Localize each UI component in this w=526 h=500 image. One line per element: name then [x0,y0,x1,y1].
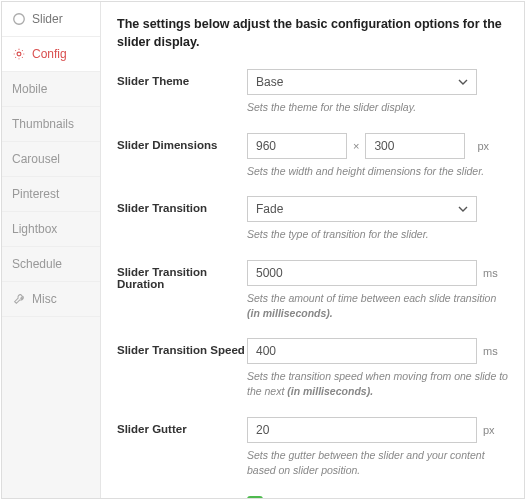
select-value: Base [256,75,283,89]
speed-input[interactable] [247,338,477,364]
field-help: Sets the width and height dimensions for… [247,164,508,179]
gear-icon [12,47,26,61]
svg-point-0 [14,14,25,25]
field-help: Sets the transition speed when moving fr… [247,369,508,398]
unit-label: px [477,140,489,152]
panel-heading: The settings below adjust the basic conf… [117,16,508,51]
tab-slider[interactable]: Slider [2,2,100,37]
field-dimensions: Slider Dimensions × px Sets the width an… [117,133,508,179]
tab-label: Carousel [12,152,60,166]
field-help: Sets the amount of time between each sli… [247,291,508,320]
circle-icon [12,12,26,26]
chevron-down-icon [458,204,468,214]
field-crop: Crop Images in Slider? Enables or disabl… [117,495,508,498]
field-help: Sets the theme for the slider display. [247,100,508,115]
tab-label: Misc [32,292,57,306]
tab-label: Pinterest [12,187,59,201]
tab-mobile[interactable]: Mobile [2,72,100,107]
select-value: Fade [256,202,283,216]
tab-label: Mobile [12,82,47,96]
field-transition: Slider Transition Fade Sets the type of … [117,196,508,242]
main-panel: The settings below adjust the basic conf… [101,2,524,498]
height-input[interactable] [365,133,465,159]
field-label: Slider Theme [117,69,247,87]
chevron-down-icon [458,77,468,87]
tab-carousel[interactable]: Carousel [2,142,100,177]
tab-config[interactable]: Config [2,37,100,72]
theme-select[interactable]: Base [247,69,477,95]
tab-label: Slider [32,12,63,26]
field-label: Slider Dimensions [117,133,247,151]
field-theme: Slider Theme Base Sets the theme for the… [117,69,508,115]
field-label: Slider Gutter [117,417,247,435]
field-speed: Slider Transition Speed ms Sets the tran… [117,338,508,398]
unit-label: px [483,424,495,436]
field-label: Crop Images in Slider? [117,495,247,498]
tab-label: Config [32,47,67,61]
field-help: Enables or disables image cropping based… [271,495,508,498]
field-label: Slider Transition Speed [117,338,247,356]
unit-label: ms [483,345,498,357]
transition-select[interactable]: Fade [247,196,477,222]
field-label: Slider Transition Duration [117,260,247,290]
tab-label: Thumbnails [12,117,74,131]
tab-schedule[interactable]: Schedule [2,247,100,282]
tab-label: Schedule [12,257,62,271]
wrench-icon [12,292,26,306]
field-gutter: Slider Gutter px Sets the gutter between… [117,417,508,477]
sidebar: Slider Config Mobile Thumbnails Carousel… [2,2,101,498]
gutter-input[interactable] [247,417,477,443]
tab-thumbnails[interactable]: Thumbnails [2,107,100,142]
width-input[interactable] [247,133,347,159]
tab-misc[interactable]: Misc [2,282,100,317]
duration-input[interactable] [247,260,477,286]
field-label: Slider Transition [117,196,247,214]
times-symbol: × [353,140,359,152]
unit-label: ms [483,267,498,279]
svg-point-1 [17,52,21,56]
tab-label: Lightbox [12,222,57,236]
field-help: Sets the type of transition for the slid… [247,227,508,242]
field-help: Sets the gutter between the slider and y… [247,448,508,477]
crop-checkbox[interactable] [247,496,263,498]
tab-pinterest[interactable]: Pinterest [2,177,100,212]
field-duration: Slider Transition Duration ms Sets the a… [117,260,508,320]
tab-lightbox[interactable]: Lightbox [2,212,100,247]
